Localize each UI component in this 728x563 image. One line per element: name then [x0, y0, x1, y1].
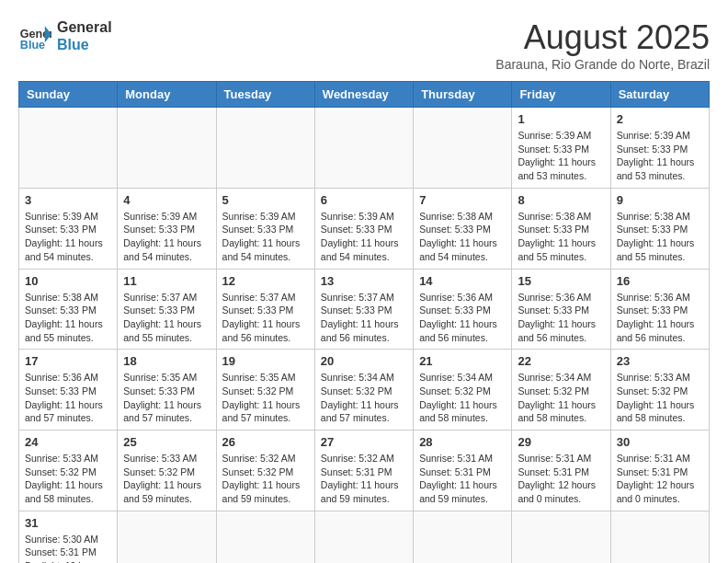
day-header-friday: Friday [512, 82, 610, 108]
day-info: Sunrise: 5:30 AM Sunset: 5:31 PM Dayligh… [25, 533, 111, 563]
day-header-monday: Monday [118, 82, 216, 108]
day-number: 5 [222, 193, 309, 207]
day-header-thursday: Thursday [414, 82, 512, 108]
day-number: 29 [518, 435, 604, 449]
day-info: Sunrise: 5:37 AM Sunset: 5:33 PM Dayligh… [321, 291, 407, 345]
day-number: 12 [222, 274, 309, 288]
calendar-cell: 11Sunrise: 5:37 AM Sunset: 5:33 PM Dayli… [118, 269, 216, 350]
day-header-tuesday: Tuesday [216, 82, 314, 108]
day-number: 3 [25, 193, 111, 207]
calendar-cell: 19Sunrise: 5:35 AM Sunset: 5:32 PM Dayli… [216, 350, 314, 431]
calendar-cell: 4Sunrise: 5:39 AM Sunset: 5:33 PM Daylig… [118, 188, 216, 269]
calendar-cell [118, 108, 216, 189]
day-number: 16 [617, 274, 703, 288]
logo-general-text: General [57, 18, 112, 36]
day-info: Sunrise: 5:37 AM Sunset: 5:33 PM Dayligh… [123, 291, 210, 345]
day-header-sunday: Sunday [19, 82, 118, 108]
logo-blue-text: Blue [57, 36, 112, 53]
day-info: Sunrise: 5:31 AM Sunset: 5:31 PM Dayligh… [617, 452, 703, 506]
day-number: 31 [25, 516, 111, 530]
calendar-cell [314, 108, 413, 189]
day-number: 4 [123, 193, 210, 207]
calendar-cell: 31Sunrise: 5:30 AM Sunset: 5:31 PM Dayli… [19, 511, 118, 563]
calendar-cell: 6Sunrise: 5:39 AM Sunset: 5:33 PM Daylig… [314, 188, 413, 269]
calendar-cell: 21Sunrise: 5:34 AM Sunset: 5:32 PM Dayli… [414, 350, 512, 431]
day-info: Sunrise: 5:36 AM Sunset: 5:33 PM Dayligh… [518, 291, 604, 345]
day-info: Sunrise: 5:36 AM Sunset: 5:33 PM Dayligh… [419, 291, 506, 345]
calendar-cell: 1Sunrise: 5:39 AM Sunset: 5:33 PM Daylig… [512, 108, 610, 189]
calendar-cell [314, 511, 413, 563]
calendar-cell: 12Sunrise: 5:37 AM Sunset: 5:33 PM Dayli… [216, 269, 314, 350]
day-number: 20 [321, 354, 407, 368]
day-info: Sunrise: 5:33 AM Sunset: 5:32 PM Dayligh… [25, 452, 111, 506]
title-area: August 2025 Barauna, Rio Grande do Norte… [495, 18, 710, 72]
day-info: Sunrise: 5:31 AM Sunset: 5:31 PM Dayligh… [518, 452, 604, 506]
calendar-cell: 13Sunrise: 5:37 AM Sunset: 5:33 PM Dayli… [314, 269, 413, 350]
calendar-cell: 15Sunrise: 5:36 AM Sunset: 5:33 PM Dayli… [512, 269, 610, 350]
day-number: 10 [25, 274, 111, 288]
calendar-cell [610, 511, 709, 563]
day-number: 23 [617, 354, 703, 368]
day-number: 22 [518, 354, 604, 368]
calendar-cell: 24Sunrise: 5:33 AM Sunset: 5:32 PM Dayli… [19, 431, 118, 511]
calendar-cell [414, 511, 512, 563]
calendar-cell: 30Sunrise: 5:31 AM Sunset: 5:31 PM Dayli… [610, 431, 709, 511]
day-number: 11 [123, 274, 210, 288]
calendar-cell: 17Sunrise: 5:36 AM Sunset: 5:33 PM Dayli… [19, 350, 118, 431]
day-number: 7 [419, 193, 506, 207]
day-info: Sunrise: 5:33 AM Sunset: 5:32 PM Dayligh… [123, 452, 210, 506]
calendar-cell: 25Sunrise: 5:33 AM Sunset: 5:32 PM Dayli… [118, 431, 216, 511]
day-info: Sunrise: 5:31 AM Sunset: 5:31 PM Dayligh… [419, 452, 506, 506]
svg-text:Blue: Blue [20, 40, 45, 52]
day-number: 19 [222, 354, 309, 368]
calendar-cell: 22Sunrise: 5:34 AM Sunset: 5:32 PM Dayli… [512, 350, 610, 431]
day-info: Sunrise: 5:36 AM Sunset: 5:33 PM Dayligh… [617, 291, 703, 345]
day-number: 26 [222, 435, 309, 449]
calendar-cell: 3Sunrise: 5:39 AM Sunset: 5:33 PM Daylig… [19, 188, 118, 269]
day-info: Sunrise: 5:39 AM Sunset: 5:33 PM Dayligh… [617, 129, 703, 183]
day-info: Sunrise: 5:39 AM Sunset: 5:33 PM Dayligh… [518, 129, 604, 183]
day-number: 8 [518, 193, 604, 207]
day-info: Sunrise: 5:39 AM Sunset: 5:33 PM Dayligh… [25, 210, 111, 264]
day-info: Sunrise: 5:32 AM Sunset: 5:31 PM Dayligh… [321, 452, 407, 506]
day-info: Sunrise: 5:36 AM Sunset: 5:33 PM Dayligh… [25, 371, 111, 425]
calendar-cell [19, 108, 118, 189]
day-number: 30 [617, 435, 703, 449]
day-number: 14 [419, 274, 506, 288]
day-info: Sunrise: 5:38 AM Sunset: 5:33 PM Dayligh… [419, 210, 506, 264]
day-number: 24 [25, 435, 111, 449]
day-number: 9 [617, 193, 703, 207]
calendar-week-4: 24Sunrise: 5:33 AM Sunset: 5:32 PM Dayli… [19, 431, 710, 511]
calendar-cell: 18Sunrise: 5:35 AM Sunset: 5:33 PM Dayli… [118, 350, 216, 431]
calendar-cell: 2Sunrise: 5:39 AM Sunset: 5:33 PM Daylig… [610, 108, 709, 189]
logo-icon: General Blue [18, 19, 51, 52]
calendar-cell [216, 511, 314, 563]
calendar-cell: 16Sunrise: 5:36 AM Sunset: 5:33 PM Dayli… [610, 269, 709, 350]
calendar-cell [216, 108, 314, 189]
day-info: Sunrise: 5:39 AM Sunset: 5:33 PM Dayligh… [222, 210, 309, 264]
calendar-table: SundayMondayTuesdayWednesdayThursdayFrid… [18, 81, 710, 563]
day-info: Sunrise: 5:34 AM Sunset: 5:32 PM Dayligh… [321, 371, 407, 425]
calendar-week-5: 31Sunrise: 5:30 AM Sunset: 5:31 PM Dayli… [19, 511, 710, 563]
calendar-cell: 10Sunrise: 5:38 AM Sunset: 5:33 PM Dayli… [19, 269, 118, 350]
day-info: Sunrise: 5:33 AM Sunset: 5:32 PM Dayligh… [617, 371, 703, 425]
day-info: Sunrise: 5:37 AM Sunset: 5:33 PM Dayligh… [222, 291, 309, 345]
day-info: Sunrise: 5:39 AM Sunset: 5:33 PM Dayligh… [321, 210, 407, 264]
calendar-cell: 28Sunrise: 5:31 AM Sunset: 5:31 PM Dayli… [414, 431, 512, 511]
calendar-cell: 29Sunrise: 5:31 AM Sunset: 5:31 PM Dayli… [512, 431, 610, 511]
day-info: Sunrise: 5:39 AM Sunset: 5:33 PM Dayligh… [123, 210, 210, 264]
calendar-week-1: 3Sunrise: 5:39 AM Sunset: 5:33 PM Daylig… [19, 188, 710, 269]
calendar-cell: 26Sunrise: 5:32 AM Sunset: 5:32 PM Dayli… [216, 431, 314, 511]
day-info: Sunrise: 5:38 AM Sunset: 5:33 PM Dayligh… [25, 291, 111, 345]
calendar-header-row: SundayMondayTuesdayWednesdayThursdayFrid… [19, 82, 710, 108]
day-info: Sunrise: 5:34 AM Sunset: 5:32 PM Dayligh… [518, 371, 604, 425]
page-header: General Blue General Blue August 2025 Ba… [18, 18, 710, 72]
calendar-week-0: 1Sunrise: 5:39 AM Sunset: 5:33 PM Daylig… [19, 108, 710, 189]
day-number: 13 [321, 274, 407, 288]
logo: General Blue General Blue [18, 18, 112, 53]
calendar-cell [512, 511, 610, 563]
day-number: 2 [617, 112, 703, 126]
day-info: Sunrise: 5:38 AM Sunset: 5:33 PM Dayligh… [617, 210, 703, 264]
calendar-cell: 8Sunrise: 5:38 AM Sunset: 5:33 PM Daylig… [512, 188, 610, 269]
day-info: Sunrise: 5:38 AM Sunset: 5:33 PM Dayligh… [518, 210, 604, 264]
